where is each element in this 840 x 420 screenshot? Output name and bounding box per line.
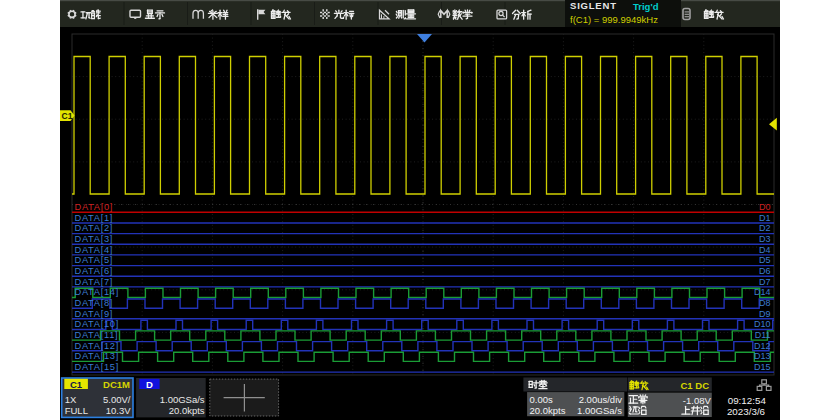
svg-text:DATA[8]: DATA[8] [75,298,114,308]
svg-text:D14: D14 [754,287,771,297]
svg-text:f(C1) = 999.9949kHz: f(C1) = 999.9949kHz [570,14,658,25]
svg-text:FULL: FULL [65,405,88,416]
svg-text:D4: D4 [759,245,771,255]
svg-text:09:12:54: 09:12:54 [728,395,767,406]
svg-text:D1: D1 [759,213,771,223]
svg-text:DATA[13]: DATA[13] [75,351,120,361]
svg-text:0.00s: 0.00s [530,394,553,405]
svg-text:D11: D11 [755,330,771,340]
svg-text:2023/3/6: 2023/3/6 [727,406,766,417]
svg-text:DATA[6]: DATA[6] [75,266,114,276]
svg-text:D8: D8 [759,298,771,308]
svg-text:2.00us/div: 2.00us/div [579,394,623,405]
svg-text:DATA[3]: DATA[3] [75,234,114,244]
svg-text:C1: C1 [62,111,73,121]
svg-text:DATA[4]: DATA[4] [75,245,114,255]
svg-text:D15: D15 [754,362,771,372]
svg-text:1.00GSa/s: 1.00GSa/s [160,394,205,405]
svg-text:DATA[5]: DATA[5] [75,255,114,265]
svg-text:DATA[15]: DATA[15] [75,362,120,372]
svg-text:5.00V/: 5.00V/ [103,394,131,405]
svg-text:D3: D3 [759,234,771,244]
svg-text:D9: D9 [759,309,771,319]
svg-text:C1 DC: C1 DC [680,380,709,391]
svg-text:C1: C1 [70,379,83,390]
svg-text:-1.08V: -1.08V [683,395,712,406]
svg-text:10.3V: 10.3V [106,405,131,416]
svg-text:D12: D12 [754,341,771,351]
svg-text:Trig'd: Trig'd [633,1,659,12]
svg-text:1X: 1X [65,394,77,405]
svg-text:D7: D7 [759,277,771,287]
svg-text:DATA[9]: DATA[9] [75,309,114,319]
svg-text:DATA[2]: DATA[2] [75,223,114,233]
svg-text:DC1M: DC1M [103,379,130,390]
svg-text:D: D [146,379,153,390]
svg-text:D6: D6 [759,266,771,276]
svg-text:1.00GSa/s: 1.00GSa/s [577,405,622,416]
svg-text:DATA[11]: DATA[11] [75,330,119,340]
svg-text:20.0kpts: 20.0kpts [169,405,205,416]
svg-text:D0: D0 [759,202,771,212]
svg-text:D10: D10 [754,319,771,329]
svg-text:SIGLENT: SIGLENT [570,0,617,11]
svg-text:DATA[12]: DATA[12] [75,341,120,351]
svg-text:D5: D5 [759,255,771,265]
svg-text:D2: D2 [759,223,771,233]
svg-text:DATA[10]: DATA[10] [75,319,120,329]
svg-text:D13: D13 [754,351,771,361]
svg-text:DATA[14]: DATA[14] [75,287,120,297]
svg-text:DATA[1]: DATA[1] [75,213,114,223]
svg-text:DATA[7]: DATA[7] [75,277,114,287]
svg-text:20.0kpts: 20.0kpts [530,405,566,416]
svg-text:DATA[0]: DATA[0] [75,202,114,212]
